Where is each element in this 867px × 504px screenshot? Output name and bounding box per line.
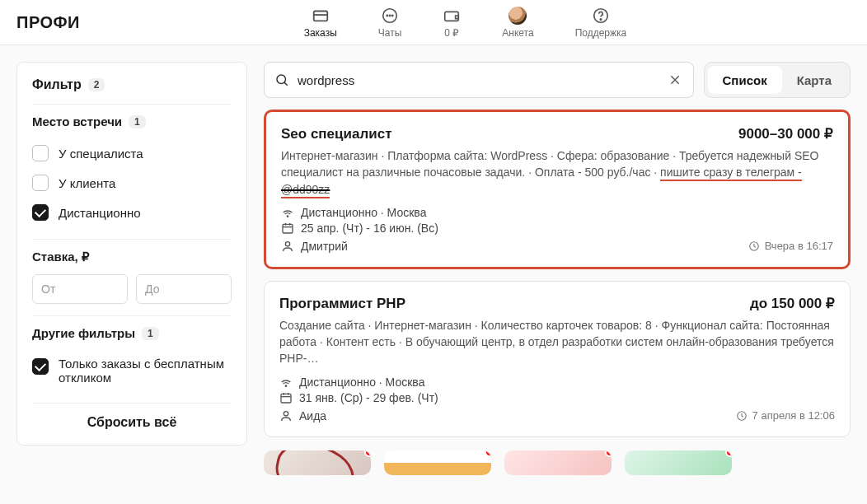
card-description: Создание сайта · Интернет-магазин · Коли… <box>279 317 835 367</box>
other-count-badge: 1 <box>142 327 159 340</box>
svg-point-13 <box>287 216 288 217</box>
meta-dates: 31 янв. (Ср) - 29 фев. (Чт) <box>279 391 835 404</box>
nav-label: 0 ₽ <box>444 27 459 39</box>
meta-person: Дмитрий <box>281 240 348 253</box>
unread-dot-icon <box>605 450 612 457</box>
svg-point-25 <box>284 411 288 415</box>
calendar-icon <box>281 222 294 235</box>
search-box[interactable] <box>264 62 694 98</box>
story-thumb[interactable] <box>504 450 612 475</box>
svg-rect-6 <box>445 12 459 21</box>
card-price: до 150 000 ₽ <box>750 295 835 312</box>
meta-text: 31 янв. (Ср) - 29 фев. (Чт) <box>299 391 438 404</box>
nav-label: Заказы <box>304 27 337 39</box>
heading-text: Место встречи <box>32 114 122 128</box>
wifi-icon <box>281 206 294 219</box>
rate-from-input[interactable] <box>32 274 128 304</box>
nav-balance[interactable]: 0 ₽ <box>443 7 461 39</box>
meta-location: Дистанционно · Москва <box>281 206 833 219</box>
order-card[interactable]: Seo специалист 9000–30 000 ₽ Интернет-ма… <box>264 110 851 269</box>
posted-time: Вчера в 16:17 <box>748 240 833 252</box>
wallet-icon <box>443 7 461 25</box>
view-map-button[interactable]: Карта <box>782 66 846 94</box>
nav-label: Чаты <box>378 27 402 39</box>
nav-profile[interactable]: Анкета <box>502 7 533 39</box>
page-body: Фильтр 2 Место встречи 1 У специалиста У… <box>0 45 867 504</box>
person-icon <box>279 409 293 422</box>
svg-point-5 <box>392 15 393 16</box>
reset-filters-button[interactable]: Сбросить всё <box>32 404 232 433</box>
card-description: Интернет-магазин · Платформа сайта: Word… <box>281 147 833 198</box>
checkbox-client[interactable]: У клиента <box>32 168 232 198</box>
clock-icon <box>748 240 760 252</box>
search-row: Список Карта <box>264 62 851 98</box>
checkbox-label: Дистанционно <box>59 206 141 220</box>
meta-dates: 25 апр. (Чт) - 16 июн. (Вс) <box>281 222 833 235</box>
meeting-heading: Место встречи 1 <box>32 114 232 128</box>
order-card[interactable]: Программист PHP до 150 000 ₽ Создание са… <box>264 281 851 437</box>
nav-support[interactable]: Поддержка <box>575 7 627 39</box>
unread-dot-icon <box>485 450 491 457</box>
filter-count-badge: 2 <box>88 78 105 91</box>
checkbox-remote[interactable]: Дистанционно <box>32 198 232 227</box>
meta-text: Дистанционно · Москва <box>301 206 426 219</box>
svg-rect-21 <box>281 394 291 403</box>
nav-chats[interactable]: Чаты <box>378 7 402 39</box>
meta-text: Дмитрий <box>301 240 348 253</box>
calendar-icon <box>279 391 293 404</box>
svg-point-9 <box>277 75 286 84</box>
posted-text: 7 апреля в 12:06 <box>752 409 835 422</box>
heading-text: Другие фильтры <box>32 326 135 340</box>
other-filters-heading: Другие фильтры 1 <box>32 326 232 340</box>
unread-dot-icon <box>364 450 371 457</box>
person-icon <box>281 240 294 253</box>
card-price: 9000–30 000 ₽ <box>738 125 833 142</box>
checkbox-icon <box>32 175 49 191</box>
filter-title: Фильтр 2 <box>32 77 232 92</box>
nav-label: Анкета <box>502 27 533 39</box>
svg-point-18 <box>285 242 289 246</box>
svg-point-4 <box>389 15 390 16</box>
orders-icon <box>312 7 330 25</box>
svg-point-20 <box>285 385 286 386</box>
checkbox-specialist[interactable]: У специалиста <box>32 138 232 168</box>
meta-person: Аида <box>279 409 326 422</box>
nav-label: Поддержка <box>575 27 627 39</box>
clock-icon <box>736 410 747 422</box>
main-column: Список Карта Seo специалист 9000–30 000 … <box>264 62 851 504</box>
wifi-icon <box>279 376 293 389</box>
story-thumb[interactable] <box>264 450 371 475</box>
meta-text: Дистанционно · Москва <box>299 376 424 389</box>
nav-orders[interactable]: Заказы <box>304 7 337 39</box>
app-header: ПРОФИ Заказы Чаты 0 ₽ Анкета <box>0 0 867 45</box>
svg-line-10 <box>284 82 288 86</box>
rate-heading: Ставка, ₽ <box>32 250 232 264</box>
logo[interactable]: ПРОФИ <box>16 13 80 32</box>
chat-icon <box>381 7 399 25</box>
card-title: Seo специалист <box>281 126 391 142</box>
checkbox-icon <box>32 204 49 221</box>
help-icon <box>592 7 610 25</box>
rate-to-input[interactable] <box>136 274 232 304</box>
checkbox-icon <box>32 145 49 161</box>
svg-rect-14 <box>283 224 293 233</box>
meeting-count-badge: 1 <box>129 115 146 128</box>
posted-time: 7 апреля в 12:06 <box>736 409 835 422</box>
filter-sidebar: Фильтр 2 Место встречи 1 У специалиста У… <box>16 62 247 446</box>
view-toggle: Список Карта <box>704 62 851 98</box>
svg-point-8 <box>600 18 601 19</box>
card-title: Программист PHP <box>279 296 405 312</box>
svg-point-3 <box>387 15 387 16</box>
clear-search-icon[interactable] <box>667 72 683 88</box>
story-thumb[interactable] <box>625 450 732 475</box>
search-input[interactable] <box>298 73 658 87</box>
search-icon <box>274 72 289 87</box>
top-nav: Заказы Чаты 0 ₽ Анкета Поддержка <box>80 7 851 39</box>
checkbox-free-response[interactable]: Только заказы с бесплатным откликом <box>32 350 232 391</box>
view-list-button[interactable]: Список <box>708 66 782 94</box>
meta-location: Дистанционно · Москва <box>279 376 835 389</box>
story-thumb[interactable] <box>384 450 491 475</box>
filter-title-text: Фильтр <box>32 77 82 92</box>
unread-dot-icon <box>725 450 732 457</box>
desc-highlight: пишите сразу в телеграм - <box>660 166 802 181</box>
